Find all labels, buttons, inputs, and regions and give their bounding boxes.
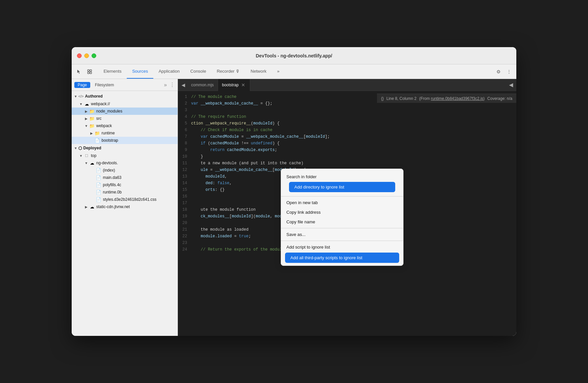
runtime-file-icon: 📄 bbox=[96, 189, 102, 195]
index-item[interactable]: ▶ 📄 (index) bbox=[72, 167, 178, 174]
sidebar: Page Filesystem » ⋮ ▼ </> Authored ▼ bbox=[72, 79, 178, 336]
cursor-position: Line 8, Column 2 bbox=[386, 96, 416, 101]
bootstrap-label: bootstrap bbox=[102, 138, 118, 143]
traffic-lights bbox=[77, 53, 96, 58]
from-label: (From runtime.0b841bad3967f3c2.js) bbox=[419, 96, 484, 101]
code-tab-common[interactable]: common.mjs bbox=[187, 79, 218, 91]
close-tab-icon[interactable]: ✕ bbox=[241, 82, 246, 88]
code-tab-prev-icon[interactable]: ◀ bbox=[179, 81, 187, 89]
tab-elements[interactable]: Elements bbox=[98, 64, 127, 79]
webpack-label: webpack:// bbox=[91, 102, 110, 106]
top-arrow: ▼ bbox=[78, 154, 84, 158]
more-options-icon[interactable]: ⋮ bbox=[504, 67, 514, 76]
webpack-folder-item[interactable]: ▼ 📁 webpack bbox=[72, 122, 178, 129]
static-cdn-item[interactable]: ▶ ☁ static-cdn.jtvnw.net bbox=[72, 203, 178, 210]
top-item[interactable]: ▼ ☐ top bbox=[72, 152, 178, 159]
node-modules-item[interactable]: ▶ 📁 node_modules bbox=[72, 108, 178, 115]
index-label: (index) bbox=[103, 168, 115, 173]
ctx-divider-3 bbox=[281, 241, 403, 241]
polyfills-item[interactable]: ▶ 📄 polyfills.4c bbox=[72, 181, 178, 189]
src-item[interactable]: ▶ 📁 src bbox=[72, 115, 178, 122]
static-cdn-arrow: ▶ bbox=[84, 205, 89, 209]
status-bar: {} Line 8, Column 2 (From runtime.0b841b… bbox=[377, 94, 516, 103]
runtime-file-label: runtime.0b bbox=[103, 190, 122, 194]
cursor-icon[interactable] bbox=[74, 67, 84, 76]
tab-more[interactable]: » bbox=[272, 64, 285, 79]
code-tab-collapse-icon[interactable]: ◀ bbox=[507, 81, 515, 89]
code-area: ◀ common.mjs bootstrap ✕ ◀ 1 2 3 4 5 bbox=[178, 79, 516, 336]
sidebar-more-icon[interactable]: » bbox=[164, 82, 167, 88]
minimize-button[interactable] bbox=[84, 53, 89, 58]
ng-devtools-label: ng-devtools. bbox=[96, 161, 118, 165]
runtime-label: runtime bbox=[102, 131, 115, 135]
svg-rect-1 bbox=[90, 70, 92, 71]
inspect-icon[interactable] bbox=[85, 67, 94, 76]
node-modules-folder-icon: 📁 bbox=[89, 108, 95, 114]
ng-devtools-cloud-icon: ☁ bbox=[89, 160, 95, 166]
deployed-arrow: ▼ bbox=[73, 146, 78, 150]
authored-label: Authored bbox=[85, 94, 103, 99]
sidebar-tab-filesystem[interactable]: Filesystem bbox=[92, 82, 117, 88]
styles-file-icon: 📄 bbox=[96, 196, 102, 202]
svg-rect-3 bbox=[90, 72, 92, 74]
ctx-divider-1 bbox=[281, 196, 403, 196]
devtools-window: DevTools - ng-devtools.netlify.app/ Elem… bbox=[72, 47, 516, 336]
ctx-add-script-ignore[interactable]: Add script to ignore list bbox=[281, 242, 403, 252]
ctx-save-as[interactable]: Save as... bbox=[281, 230, 403, 239]
webpack-folder-label: webpack bbox=[96, 123, 112, 128]
close-button[interactable] bbox=[77, 53, 82, 58]
ctx-add-directory-button[interactable]: Add directory to ignore list bbox=[289, 182, 395, 192]
src-label: src bbox=[96, 116, 102, 121]
tab-console[interactable]: Console bbox=[185, 64, 212, 79]
sidebar-options-icon[interactable]: ⋮ bbox=[170, 82, 175, 88]
tab-bar-actions: ⚙ ⋮ bbox=[494, 64, 516, 79]
src-arrow: ▶ bbox=[84, 117, 89, 120]
ng-devtools-item[interactable]: ▼ ☁ ng-devtools. bbox=[72, 159, 178, 167]
authored-section[interactable]: ▼ </> Authored bbox=[72, 92, 178, 100]
svg-rect-2 bbox=[88, 72, 89, 74]
code-tabs: ◀ common.mjs bootstrap ✕ ◀ bbox=[178, 79, 516, 91]
settings-icon[interactable]: ⚙ bbox=[494, 67, 503, 76]
tab-recorder[interactable]: Recorder 🎙 bbox=[211, 64, 245, 79]
code-body[interactable]: 1 2 3 4 5 6 7 8 9 10 11 12 13 14 15 16 1 bbox=[178, 91, 516, 336]
sidebar-tree: ▼ </> Authored ▼ ☁ webpack:// ▶ 📁 node_m… bbox=[72, 91, 178, 336]
from-file-link[interactable]: runtime.0b841bad3967f3c2.js bbox=[431, 96, 483, 101]
format-icon[interactable]: {} bbox=[381, 96, 384, 101]
runtime-arrow: ▶ bbox=[89, 131, 94, 135]
ctx-copy-filename[interactable]: Copy file name bbox=[281, 217, 403, 227]
tab-application[interactable]: Application bbox=[153, 64, 185, 79]
index-file-icon: 📄 bbox=[96, 167, 102, 173]
ctx-divider-2 bbox=[281, 228, 403, 228]
code-tab-bootstrap[interactable]: bootstrap ✕ bbox=[218, 79, 250, 91]
context-menu: Search in folder Add directory to ignore… bbox=[281, 169, 404, 266]
runtime-folder-icon: 📁 bbox=[94, 130, 100, 136]
polyfills-file-icon: 📄 bbox=[96, 182, 102, 188]
webpack-folder-icon: 📁 bbox=[89, 123, 95, 129]
ctx-copy-link[interactable]: Copy link address bbox=[281, 207, 403, 217]
deployed-section[interactable]: ▼ ⬡ Deployed bbox=[72, 144, 178, 152]
main-item[interactable]: ▶ 📄 main.da63 bbox=[72, 174, 178, 181]
node-modules-arrow: ▶ bbox=[84, 110, 89, 113]
ctx-search-label[interactable]: Search in folder bbox=[285, 173, 399, 181]
ctx-open-new-tab[interactable]: Open in new tab bbox=[281, 198, 403, 207]
styles-item[interactable]: ▶ 📄 styles.d3e2b24618d2c641.css bbox=[72, 196, 178, 203]
sidebar-tab-page[interactable]: Page bbox=[74, 82, 90, 88]
tab-sources[interactable]: Sources bbox=[127, 64, 153, 79]
webpack-item[interactable]: ▼ ☁ webpack:// bbox=[72, 100, 178, 108]
sidebar-tabs: Page Filesystem » ⋮ bbox=[72, 79, 178, 91]
runtime-file-item[interactable]: ▶ 📄 runtime.0b bbox=[72, 189, 178, 196]
runtime-item[interactable]: ▶ 📁 runtime bbox=[72, 129, 178, 137]
node-modules-label: node_modules bbox=[96, 109, 122, 114]
bootstrap-file-icon: 📄 bbox=[94, 137, 100, 143]
title-bar: DevTools - ng-devtools.netlify.app/ bbox=[72, 47, 516, 64]
ng-devtools-arrow: ▼ bbox=[84, 161, 89, 165]
line-numbers: 1 2 3 4 5 6 7 8 9 10 11 12 13 14 15 16 1 bbox=[178, 94, 191, 333]
static-cdn-cloud-icon: ☁ bbox=[89, 204, 95, 210]
maximize-button[interactable] bbox=[92, 53, 96, 58]
authored-arrow: ▼ bbox=[73, 95, 78, 98]
authored-tag-icon: </> bbox=[78, 94, 84, 98]
bootstrap-item[interactable]: ▶ 📄 bootstrap bbox=[72, 137, 178, 144]
tab-network[interactable]: Network bbox=[245, 64, 272, 79]
ctx-add-all-third-party-button[interactable]: Add all third-party scripts to ignore li… bbox=[285, 253, 399, 263]
main-tab-bar: Elements Sources Application Console Rec… bbox=[72, 64, 516, 79]
